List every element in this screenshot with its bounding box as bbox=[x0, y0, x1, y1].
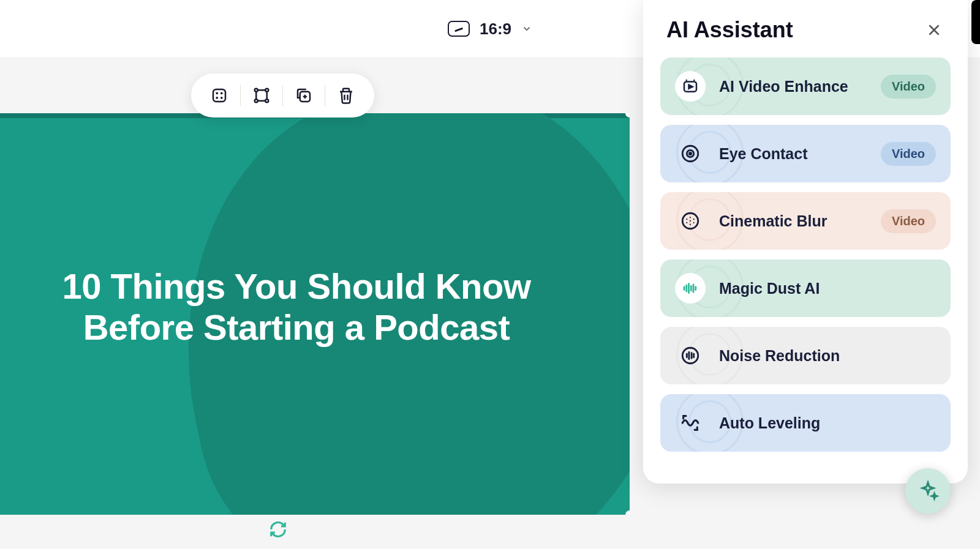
aspect-icon bbox=[448, 21, 470, 37]
resize-handle-bottom-right[interactable] bbox=[625, 510, 630, 515]
tool-list: AI Video Enhance Video Eye Contact Video… bbox=[660, 58, 951, 452]
svg-point-28 bbox=[686, 222, 687, 223]
tool-label: AI Video Enhance bbox=[719, 78, 867, 95]
svg-point-8 bbox=[255, 99, 258, 102]
eye-icon bbox=[675, 138, 706, 169]
floating-toolbar bbox=[191, 73, 374, 118]
svg-point-3 bbox=[216, 97, 218, 99]
svg-point-4 bbox=[221, 97, 223, 99]
svg-rect-0 bbox=[213, 89, 225, 102]
tool-label: Cinematic Blur bbox=[719, 212, 867, 230]
waveform-icon bbox=[675, 273, 706, 304]
tool-magic-dust-ai[interactable]: Magic Dust AI bbox=[660, 260, 951, 317]
svg-point-1 bbox=[216, 92, 218, 94]
tool-badge: Video bbox=[881, 142, 936, 166]
svg-point-19 bbox=[686, 80, 688, 81]
right-edge-handle[interactable] bbox=[971, 0, 980, 44]
toolbar-divider bbox=[282, 85, 283, 106]
close-button[interactable] bbox=[924, 20, 944, 40]
tool-badge: Video bbox=[881, 75, 936, 99]
tool-label: Auto Leveling bbox=[719, 414, 936, 432]
ai-assistant-panel: AI Assistant AI Video Enhance Video Eye … bbox=[643, 0, 968, 484]
svg-point-23 bbox=[689, 152, 691, 154]
svg-point-2 bbox=[221, 92, 223, 94]
refresh-button[interactable] bbox=[265, 516, 292, 543]
tool-ai-video-enhance[interactable]: AI Video Enhance Video bbox=[660, 58, 951, 115]
video-headline: 10 Things You Should Know Before Startin… bbox=[37, 266, 556, 348]
svg-marker-18 bbox=[689, 85, 693, 89]
tool-noise-reduction[interactable]: Noise Reduction bbox=[660, 327, 951, 384]
aspect-ratio-selector[interactable]: 16:9 bbox=[448, 20, 532, 39]
canvas-area: 10 Things You Should Know Before Startin… bbox=[0, 58, 634, 549]
svg-point-7 bbox=[265, 89, 268, 92]
tool-badge: Video bbox=[881, 209, 936, 233]
panel-title: AI Assistant bbox=[666, 17, 793, 43]
svg-point-31 bbox=[690, 220, 691, 222]
tool-label: Eye Contact bbox=[719, 145, 867, 163]
svg-point-9 bbox=[265, 99, 268, 102]
svg-point-6 bbox=[255, 89, 258, 92]
blur-icon bbox=[675, 206, 706, 236]
svg-point-30 bbox=[693, 222, 695, 223]
svg-point-20 bbox=[693, 80, 695, 81]
noise-icon bbox=[675, 340, 706, 371]
svg-point-25 bbox=[686, 218, 687, 220]
svg-point-38 bbox=[682, 348, 698, 364]
tool-eye-contact[interactable]: Eye Contact Video bbox=[660, 125, 951, 182]
level-icon bbox=[675, 408, 706, 438]
panel-header: AI Assistant bbox=[660, 17, 951, 43]
ai-sparkle-fab[interactable] bbox=[905, 468, 951, 514]
resize-handle-top-right[interactable] bbox=[625, 113, 630, 118]
tool-label: Magic Dust AI bbox=[719, 280, 936, 297]
crop-button[interactable] bbox=[246, 81, 277, 110]
chevron-down-icon bbox=[521, 23, 532, 34]
video-frame[interactable]: 10 Things You Should Know Before Startin… bbox=[0, 113, 630, 515]
fullscreen-button[interactable] bbox=[203, 81, 235, 110]
toolbar-divider bbox=[325, 85, 325, 106]
svg-point-27 bbox=[693, 218, 695, 220]
tool-auto-leveling[interactable]: Auto Leveling bbox=[660, 394, 951, 452]
aspect-ratio-label: 16:9 bbox=[480, 20, 511, 39]
enhance-icon bbox=[675, 71, 706, 102]
delete-button[interactable] bbox=[330, 81, 362, 110]
svg-point-29 bbox=[690, 224, 691, 225]
tool-label: Noise Reduction bbox=[719, 347, 936, 365]
toolbar-divider bbox=[240, 85, 241, 106]
duplicate-button[interactable] bbox=[288, 81, 320, 110]
svg-point-26 bbox=[690, 217, 691, 218]
tool-cinematic-blur[interactable]: Cinematic Blur Video bbox=[660, 192, 951, 250]
